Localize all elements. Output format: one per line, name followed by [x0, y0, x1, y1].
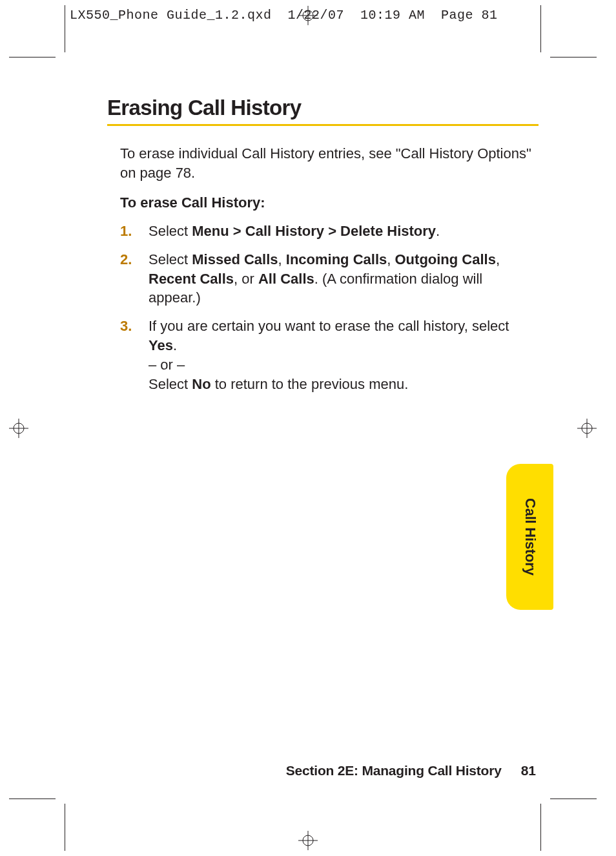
step-text: Select Menu > Call History > Delete Hist…: [149, 222, 539, 241]
step-number: 1.: [120, 222, 149, 241]
choice-no: No: [192, 376, 210, 392]
section-label: Section 2E: Managing Call History: [286, 763, 502, 778]
registration-mark-icon: [298, 831, 318, 850]
step-text: Select Missed Calls, Incoming Calls, Out…: [149, 250, 539, 308]
text: Select: [149, 223, 192, 239]
text: Select: [149, 376, 192, 392]
text: , or: [234, 271, 258, 287]
option: All Calls: [258, 271, 314, 287]
svg-point-3: [303, 835, 313, 846]
text: to return to the previous menu.: [211, 376, 409, 392]
menu-path: Menu > Call History > Delete History: [192, 223, 436, 239]
choice-yes: Yes: [149, 337, 173, 353]
option: Incoming Calls: [286, 251, 387, 267]
option: Missed Calls: [192, 251, 278, 267]
procedure-heading: To erase Call History:: [120, 193, 539, 213]
text: If you are certain you want to erase the…: [149, 318, 509, 334]
option: Recent Calls: [149, 271, 234, 287]
svg-point-6: [14, 423, 24, 433]
step-2: 2. Select Missed Calls, Incoming Calls, …: [120, 250, 539, 308]
print-slug: LX550_Phone Guide_1.2.qxd 1/22/07 10:19 …: [70, 8, 498, 23]
text: .: [173, 337, 177, 353]
step-text: If you are certain you want to erase the…: [149, 317, 539, 394]
side-tab-label: Call History: [522, 498, 539, 576]
page-footer: Section 2E: Managing Call History 81: [107, 763, 539, 778]
option: Outgoing Calls: [395, 251, 496, 267]
intro-paragraph: To erase individual Call History entries…: [120, 144, 539, 183]
step-3: 3. If you are certain you want to erase …: [120, 317, 539, 394]
registration-mark-icon: [9, 419, 28, 438]
page-title: Erasing Call History: [107, 96, 539, 120]
svg-point-9: [582, 423, 592, 433]
text: Select: [149, 251, 192, 267]
step-number: 2.: [120, 250, 149, 308]
section-side-tab: Call History: [506, 464, 553, 610]
text: .: [436, 223, 440, 239]
registration-mark-icon: [577, 419, 597, 438]
page-number: 81: [521, 763, 536, 778]
title-underline: [107, 124, 539, 126]
step-1: 1. Select Menu > Call History > Delete H…: [120, 222, 539, 241]
text: ,: [278, 251, 286, 267]
text: ,: [496, 251, 500, 267]
step-number: 3.: [120, 317, 149, 394]
or-separator: – or –: [149, 355, 539, 375]
text: ,: [387, 251, 395, 267]
